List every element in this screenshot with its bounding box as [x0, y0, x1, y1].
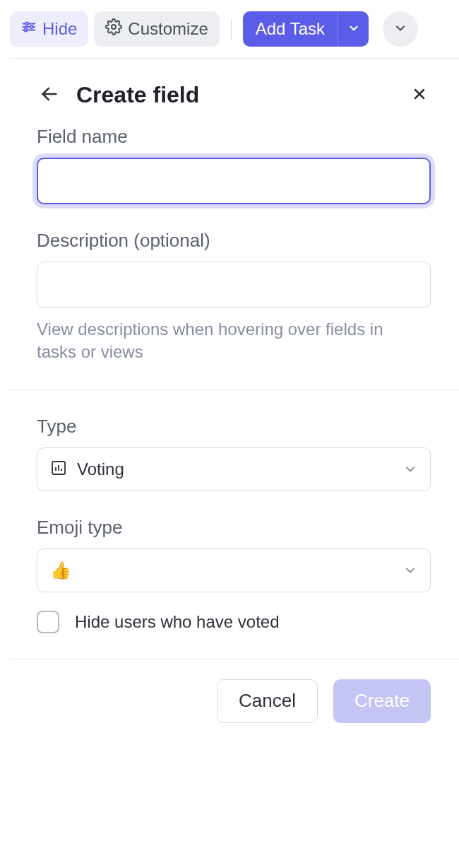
- description-optional-text: (optional): [129, 230, 210, 251]
- description-section: Description (optional) View descriptions…: [8, 230, 459, 389]
- chevron-down-icon: [403, 563, 417, 577]
- description-label-text: Description: [37, 230, 129, 251]
- hide-users-checkbox[interactable]: [37, 611, 59, 633]
- add-task-group: Add Task: [243, 11, 369, 47]
- customize-button-label: Customize: [128, 19, 208, 39]
- toolbar-divider: [231, 19, 232, 39]
- cancel-button-label: Cancel: [239, 690, 296, 711]
- close-icon: [411, 86, 428, 105]
- gear-icon: [105, 18, 122, 40]
- description-input[interactable]: [37, 262, 431, 308]
- svg-point-5: [24, 29, 27, 32]
- chevron-down-icon: [403, 462, 417, 476]
- back-button[interactable]: [37, 81, 62, 109]
- hide-users-label: Hide users who have voted: [75, 612, 280, 632]
- chevron-down-icon: [347, 22, 360, 37]
- field-name-label: Field name: [37, 126, 431, 148]
- svg-point-6: [112, 25, 116, 29]
- hide-button[interactable]: Hide: [10, 11, 88, 47]
- add-task-dropdown-button[interactable]: [338, 11, 369, 47]
- description-label: Description (optional): [37, 230, 431, 252]
- create-button[interactable]: Create: [333, 679, 431, 723]
- section-divider: [8, 389, 459, 390]
- arrow-left-icon: [40, 84, 59, 106]
- more-options-button[interactable]: [383, 11, 418, 47]
- emoji-type-section: Emoji type 👍 Hide users who have voted: [8, 517, 459, 659]
- chart-icon: [50, 459, 67, 479]
- emoji-type-label: Emoji type: [37, 517, 431, 539]
- type-select[interactable]: Voting: [37, 447, 431, 491]
- field-name-input[interactable]: [37, 158, 431, 204]
- hide-users-checkbox-row[interactable]: Hide users who have voted: [37, 611, 431, 633]
- svg-point-1: [25, 22, 28, 25]
- create-button-label: Create: [354, 690, 410, 711]
- create-field-panel: Create field Field name Description (opt…: [8, 58, 459, 743]
- description-hint: View descriptions when hovering over fie…: [37, 318, 431, 364]
- emoji-type-select[interactable]: 👍: [37, 549, 431, 592]
- type-select-value: Voting: [77, 459, 393, 479]
- cancel-button[interactable]: Cancel: [217, 679, 318, 723]
- field-name-section: Field name: [8, 126, 459, 230]
- svg-point-3: [30, 25, 33, 28]
- chevron-down-icon: [393, 21, 407, 37]
- panel-title: Create field: [76, 82, 408, 108]
- close-button[interactable]: [408, 83, 431, 107]
- hide-button-label: Hide: [42, 19, 77, 39]
- add-task-button[interactable]: Add Task: [243, 11, 338, 47]
- customize-button[interactable]: Customize: [94, 11, 219, 47]
- type-section: Type Voting: [8, 416, 459, 517]
- sliders-icon: [21, 19, 37, 39]
- panel-footer: Cancel Create: [8, 659, 459, 743]
- panel-header: Create field: [8, 59, 459, 126]
- type-label: Type: [37, 416, 431, 438]
- top-toolbar: Hide Customize Add Task: [0, 0, 459, 58]
- emoji-type-value: 👍: [50, 561, 393, 580]
- add-task-label: Add Task: [256, 19, 325, 38]
